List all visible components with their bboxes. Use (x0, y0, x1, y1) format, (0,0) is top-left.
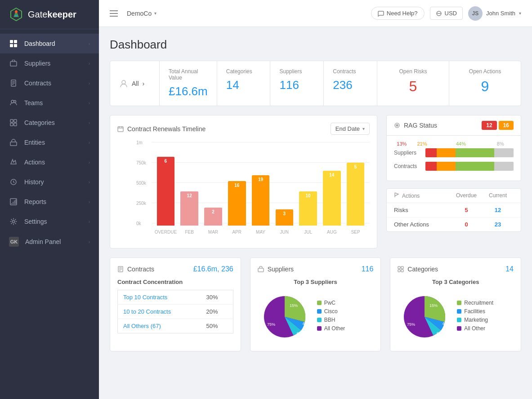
svg-text:15%: 15% (429, 303, 438, 308)
categories-bottom-card: Categories 14 Top 3 Categories 15% 4% (390, 257, 521, 351)
chevron-right-icon: › (143, 80, 145, 87)
chart-filter-dropdown[interactable]: End Date ▾ (331, 123, 370, 135)
admin-icon: GK (9, 237, 19, 247)
rag-segment-green (456, 162, 494, 171)
rag-segment-red (425, 148, 437, 157)
bar[interactable]: 16 (228, 181, 246, 226)
legend-item: All Other (317, 325, 345, 332)
svg-rect-8 (10, 62, 17, 66)
teams-icon (9, 98, 18, 107)
company-selector[interactable]: DemoCo ▾ (127, 10, 156, 17)
svg-text:6%: 6% (296, 331, 302, 336)
bar[interactable]: 2 (204, 208, 222, 226)
stat-label: Total Annual Value (169, 68, 208, 81)
bar[interactable]: 12 (180, 191, 198, 226)
stat-value: 5 (386, 78, 440, 95)
svg-rect-17 (10, 123, 13, 126)
sidebar-item-suppliers[interactable]: Suppliers › (0, 53, 99, 73)
rag-bar-track (425, 162, 514, 171)
svg-point-30 (122, 80, 125, 84)
concentration-pct: 50% (201, 319, 233, 333)
svg-rect-50 (401, 270, 403, 272)
contracts-card-header: Contracts £16.6m, 236 (117, 265, 233, 273)
sidebar-item-label: Settings (24, 218, 89, 225)
currency-selector[interactable]: USD (430, 7, 463, 20)
page-title: Dashboard (110, 38, 521, 52)
sidebar-item-label: History (24, 178, 89, 186)
categories-card-header: Categories 14 (398, 265, 514, 273)
legend-item: Marketing (457, 317, 493, 323)
content-area: Dashboard All › Total Annual Value £16.6… (99, 27, 532, 399)
x-label: FEB (178, 230, 201, 235)
sidebar-item-history[interactable]: History › (0, 172, 99, 192)
app-name: Gatekeeper (28, 9, 76, 20)
svg-marker-20 (11, 160, 16, 164)
stat-contracts: Contracts 236 (324, 61, 377, 106)
company-name: DemoCo (127, 10, 152, 17)
user-filter[interactable]: All › (110, 61, 160, 106)
sidebar-item-admin[interactable]: GK Admin Panel › (0, 231, 99, 252)
svg-text:4%: 4% (302, 321, 308, 326)
bar[interactable]: 5 (347, 163, 365, 226)
sidebar-item-label: Admin Panel (25, 238, 89, 245)
chevron-right-icon: › (89, 101, 90, 106)
bar[interactable]: 3 (276, 209, 294, 226)
rag-segment-orange (437, 148, 455, 157)
sidebar-item-dashboard[interactable]: Dashboard › (0, 34, 99, 53)
svg-rect-7 (14, 44, 17, 47)
concentration-link[interactable]: 10 to 20 Contracts (123, 308, 171, 315)
suppliers-pie-section: 15% 4% 6% 75% PwC Cisco BBH All Other (258, 290, 374, 344)
sidebar-item-reports[interactable]: Reports › (0, 192, 99, 212)
bar[interactable]: 10 (299, 191, 317, 226)
table-row: Other Actions 0 23 (387, 217, 521, 231)
sidebar-item-contracts[interactable]: Contracts › (0, 73, 99, 93)
suppliers-bottom-card: Suppliers 116 Top 3 Suppliers (250, 257, 381, 351)
x-label: JUN (273, 230, 296, 235)
stat-value: 116 (279, 78, 314, 92)
chat-icon (378, 10, 384, 17)
sidebar: Gatekeeper Dashboard › Suppliers › Contr… (0, 0, 99, 399)
help-label: Need Help? (387, 10, 418, 17)
legend-item: BBH (317, 317, 345, 323)
bar[interactable]: 6 (157, 157, 175, 226)
sidebar-item-label: Reports (24, 198, 89, 205)
sidebar-item-settings[interactable]: Settings › (0, 212, 99, 231)
x-label: APR (225, 230, 249, 235)
contracts-icon (117, 266, 124, 272)
sidebar-item-label: Dashboard (24, 40, 89, 47)
stat-value: 14 (226, 78, 261, 92)
categories-icon (398, 266, 404, 272)
x-label: OVERDUE (154, 230, 178, 235)
stat-label: Contracts (333, 68, 368, 75)
table-row: All Others (67) 50% (118, 319, 233, 333)
contracts-title: Contracts (117, 266, 154, 273)
suppliers-sub-title: Top 3 Suppliers (258, 279, 374, 285)
bar[interactable]: 14 (323, 171, 341, 226)
sidebar-item-actions[interactable]: Actions › (0, 152, 99, 172)
menu-toggle[interactable] (110, 10, 118, 17)
two-col-section: Contract Renewals Timeline End Date ▾ 1m… (110, 115, 521, 248)
concentration-pct: 20% (201, 305, 233, 319)
concentration-link[interactable]: Top 10 Contracts (123, 294, 167, 301)
svg-text:75%: 75% (267, 322, 275, 327)
categories-title: Categories (398, 266, 438, 273)
currency-value: USD (445, 10, 457, 17)
current-header: Current (482, 192, 514, 199)
concentration-link[interactable]: All Others (67) (123, 323, 161, 329)
user-menu[interactable]: JS John Smith ▾ (468, 6, 521, 21)
table-row: Top 10 Contracts 30% (118, 290, 233, 305)
action-overdue: 5 (451, 207, 482, 213)
logo[interactable]: Gatekeeper (0, 0, 99, 29)
right-panel: RAG Status 12 16 13% 21% 44% (386, 115, 521, 248)
user-name: John Smith (486, 10, 515, 17)
help-button[interactable]: Need Help? (371, 7, 425, 20)
stat-open-risks: Open Risks 5 (377, 61, 449, 106)
sidebar-item-entities[interactable]: Entities › (0, 133, 99, 152)
sidebar-item-categories[interactable]: Categories › (0, 113, 99, 133)
rag-title-text: RAG Status (404, 122, 437, 129)
legend-item: All Other (457, 325, 493, 332)
svg-rect-15 (10, 120, 13, 122)
sidebar-item-teams[interactable]: Teams › (0, 93, 99, 113)
bar[interactable]: 19 (252, 175, 270, 226)
entities-icon (9, 138, 18, 147)
